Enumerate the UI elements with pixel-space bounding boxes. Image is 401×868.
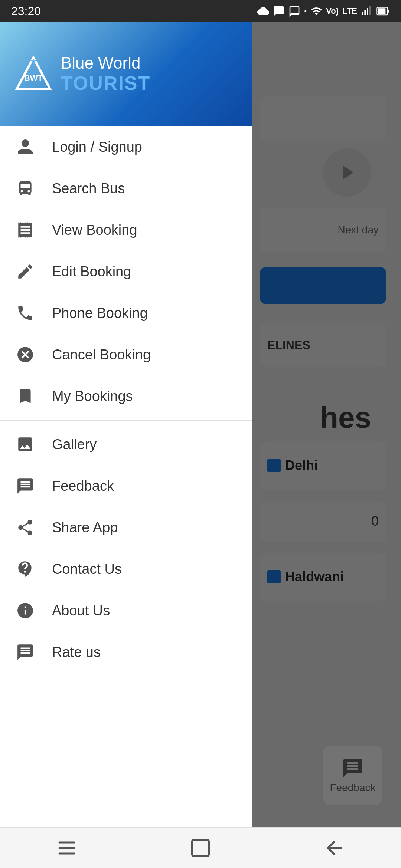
status-icons: • Vo) LTE (257, 5, 390, 17)
image-icon (15, 434, 36, 455)
menu-item-share-app[interactable]: Share App (0, 507, 252, 548)
signal-icon (361, 5, 373, 17)
nav-back-button[interactable] (312, 833, 356, 863)
svg-rect-10 (59, 841, 75, 843)
drawer-header: BWT Blue World TOURIST (0, 22, 252, 126)
menu-item-login[interactable]: Login / Signup (0, 126, 252, 168)
status-bar: 23:20 • Vo) LTE (0, 0, 401, 22)
menu-item-phone-booking[interactable]: Phone Booking (0, 292, 252, 334)
menu-label-edit-booking: Edit Booking (52, 264, 131, 280)
cancel-circle-icon (15, 344, 36, 365)
menu-label-gallery: Gallery (52, 437, 97, 453)
svg-rect-0 (362, 12, 363, 15)
svg-rect-13 (192, 839, 209, 856)
menu-item-my-bookings[interactable]: My Bookings (0, 375, 252, 417)
menu-label-share-app: Share App (52, 520, 118, 536)
logo-container: BWT Blue World TOURIST (15, 54, 150, 94)
menu-item-search-bus[interactable]: Search Bus (0, 168, 252, 209)
phone-icon (15, 303, 36, 323)
svg-text:BWT: BWT (24, 73, 43, 83)
status-time: 23:20 (11, 4, 41, 18)
menu-item-cancel-booking[interactable]: Cancel Booking (0, 334, 252, 375)
menu-item-edit-booking[interactable]: Edit Booking (0, 251, 252, 292)
menu-lines-icon (56, 837, 78, 859)
dot-indicator: • (304, 7, 307, 16)
bus-icon (15, 178, 36, 199)
menu-item-view-booking[interactable]: View Booking (0, 209, 252, 251)
menu-label-contact-us: Contact Us (52, 561, 122, 577)
menu-item-contact-us[interactable]: Contact Us (0, 548, 252, 590)
svg-rect-3 (369, 6, 371, 15)
menu-label-my-bookings: My Bookings (52, 388, 133, 404)
bookmark-star-icon (15, 386, 36, 407)
rate-icon (15, 642, 36, 662)
person-icon (15, 137, 36, 157)
menu-label-phone-booking: Phone Booking (52, 305, 148, 321)
nav-home-button[interactable] (178, 833, 223, 863)
lte-icon: LTE (342, 6, 357, 16)
menu-item-feedback[interactable]: Feedback (0, 465, 252, 507)
share-icon (15, 517, 36, 538)
menu-divider (0, 420, 252, 421)
edit-icon (15, 261, 36, 282)
logo-line1: Blue World (61, 54, 150, 72)
feedback-icon (15, 476, 36, 496)
menu-label-view-booking: View Booking (52, 222, 137, 238)
receipt-icon (15, 220, 36, 240)
menu-label-about-us: About Us (52, 603, 110, 619)
menu-section: Login / Signup Search Bus View Booking E… (0, 126, 252, 868)
wifi-icon (310, 5, 322, 17)
nav-menu-button[interactable] (45, 833, 89, 863)
home-square-icon (189, 837, 212, 859)
drawer-overlay[interactable] (252, 22, 401, 868)
chat-icon (288, 5, 300, 17)
menu-item-rate-us[interactable]: Rate us (0, 631, 252, 673)
menu-label-cancel-booking: Cancel Booking (52, 347, 151, 363)
svg-rect-2 (367, 8, 368, 15)
menu-item-about-us[interactable]: About Us (0, 590, 252, 631)
menu-label-feedback: Feedback (52, 478, 114, 494)
svg-rect-12 (59, 852, 75, 854)
svg-rect-6 (378, 8, 386, 14)
logo-line2: TOURIST (61, 72, 150, 94)
contact-icon (15, 559, 36, 579)
navigation-drawer: BWT Blue World TOURIST Login / Signup (0, 22, 252, 868)
menu-label-search-bus: Search Bus (52, 181, 125, 197)
menu-label-login: Login / Signup (52, 139, 142, 155)
battery-icon (376, 5, 390, 17)
info-icon (15, 600, 36, 621)
svg-rect-1 (364, 10, 366, 15)
bottom-navigation (0, 827, 401, 868)
svg-rect-5 (388, 10, 389, 13)
svg-rect-11 (59, 847, 75, 849)
menu-label-rate-us: Rate us (52, 644, 101, 660)
logo-icon: BWT (15, 56, 52, 93)
back-arrow-icon (323, 837, 345, 859)
cloud-icon (257, 5, 269, 17)
menu-item-gallery[interactable]: Gallery (0, 424, 252, 465)
volte-icon: Vo) (326, 6, 339, 16)
message-icon (273, 5, 285, 17)
logo-text: Blue World TOURIST (61, 54, 150, 94)
